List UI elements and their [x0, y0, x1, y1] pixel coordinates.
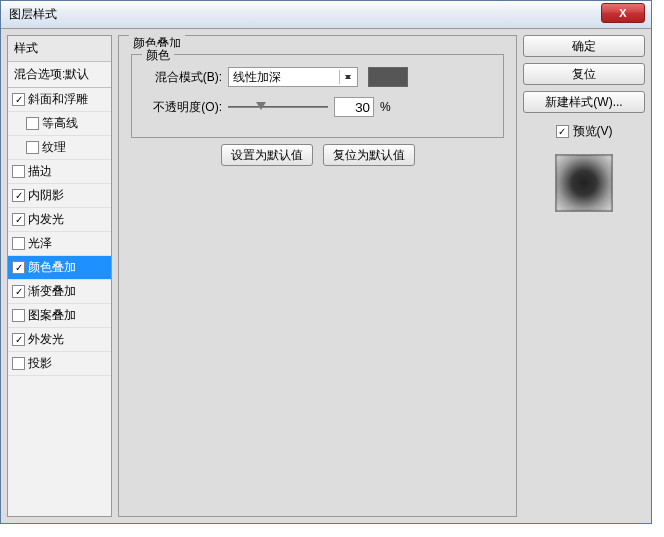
sidebar-blending-options[interactable]: 混合选项:默认 — [8, 62, 111, 88]
sidebar-item-label: 内阴影 — [28, 187, 64, 204]
sidebar-item-8[interactable]: 渐变叠加 — [8, 280, 111, 304]
style-checkbox[interactable] — [12, 285, 25, 298]
sidebar-item-3[interactable]: 描边 — [8, 160, 111, 184]
color-swatch[interactable] — [368, 67, 408, 87]
blend-mode-select[interactable]: 线性加深 — [228, 67, 358, 87]
dialog-content: 样式 混合选项:默认 斜面和浮雕等高线纹理描边内阴影内发光光泽颜色叠加渐变叠加图… — [1, 29, 651, 523]
set-default-button[interactable]: 设置为默认值 — [221, 144, 313, 166]
sidebar-item-label: 等高线 — [42, 115, 78, 132]
preview-checkbox[interactable] — [556, 125, 569, 138]
sidebar-item-9[interactable]: 图案叠加 — [8, 304, 111, 328]
blend-mode-label: 混合模式(B): — [142, 69, 222, 86]
right-column: 确定 复位 新建样式(W)... 预览(V) — [523, 35, 645, 517]
opacity-row: 不透明度(O): % — [142, 97, 493, 117]
chevron-up-icon — [345, 75, 351, 79]
window-title: 图层样式 — [9, 6, 57, 23]
fieldset-title: 颜色 — [142, 47, 174, 64]
slider-thumb-icon[interactable] — [256, 102, 266, 110]
sidebar-item-4[interactable]: 内阴影 — [8, 184, 111, 208]
style-checkbox[interactable] — [12, 309, 25, 322]
opacity-label: 不透明度(O): — [142, 99, 222, 116]
blend-mode-row: 混合模式(B): 线性加深 — [142, 67, 493, 87]
default-buttons-row: 设置为默认值 复位为默认值 — [131, 144, 504, 166]
titlebar: 图层样式 X — [1, 1, 651, 29]
main-panel: 颜色叠加 颜色 混合模式(B): 线性加深 不透明度(O): — [118, 35, 517, 517]
chevron-down-icon — [345, 75, 351, 79]
style-checkbox[interactable] — [12, 357, 25, 370]
blend-mode-value: 线性加深 — [233, 69, 281, 86]
reset-default-button[interactable]: 复位为默认值 — [323, 144, 415, 166]
sidebar-item-11[interactable]: 投影 — [8, 352, 111, 376]
close-button[interactable]: X — [601, 3, 645, 23]
layer-style-dialog: 图层样式 X 样式 混合选项:默认 斜面和浮雕等高线纹理描边内阴影内发光光泽颜色… — [0, 0, 652, 524]
cancel-button[interactable]: 复位 — [523, 63, 645, 85]
style-checkbox[interactable] — [12, 93, 25, 106]
sidebar-item-2[interactable]: 纹理 — [8, 136, 111, 160]
sidebar-item-0[interactable]: 斜面和浮雕 — [8, 88, 111, 112]
sidebar-item-6[interactable]: 光泽 — [8, 232, 111, 256]
sidebar-item-1[interactable]: 等高线 — [8, 112, 111, 136]
sidebar-item-label: 纹理 — [42, 139, 66, 156]
sidebar-item-7[interactable]: 颜色叠加 — [8, 256, 111, 280]
preview-thumbnail — [555, 154, 613, 212]
style-checkbox[interactable] — [12, 333, 25, 346]
sidebar-item-label: 渐变叠加 — [28, 283, 76, 300]
sidebar-item-label: 外发光 — [28, 331, 64, 348]
style-checkbox[interactable] — [26, 117, 39, 130]
sidebar-item-label: 投影 — [28, 355, 52, 372]
style-checkbox[interactable] — [12, 165, 25, 178]
close-icon: X — [619, 7, 626, 19]
opacity-unit: % — [380, 100, 391, 114]
styles-sidebar: 样式 混合选项:默认 斜面和浮雕等高线纹理描边内阴影内发光光泽颜色叠加渐变叠加图… — [7, 35, 112, 517]
sidebar-item-label: 内发光 — [28, 211, 64, 228]
ok-button[interactable]: 确定 — [523, 35, 645, 57]
sidebar-header: 样式 — [8, 36, 111, 62]
sidebar-item-label: 斜面和浮雕 — [28, 91, 88, 108]
style-checkbox[interactable] — [12, 237, 25, 250]
style-checkbox[interactable] — [12, 261, 25, 274]
style-checkbox[interactable] — [12, 213, 25, 226]
sidebar-item-label: 光泽 — [28, 235, 52, 252]
sidebar-item-label: 颜色叠加 — [28, 259, 76, 276]
sidebar-item-label: 描边 — [28, 163, 52, 180]
opacity-slider[interactable] — [228, 99, 328, 115]
preview-row: 预览(V) — [523, 123, 645, 140]
preview-label: 预览(V) — [573, 123, 613, 140]
sidebar-item-10[interactable]: 外发光 — [8, 328, 111, 352]
sidebar-item-5[interactable]: 内发光 — [8, 208, 111, 232]
color-fieldset: 颜色 混合模式(B): 线性加深 不透明度(O): — [131, 54, 504, 138]
new-style-button[interactable]: 新建样式(W)... — [523, 91, 645, 113]
sidebar-item-label: 图案叠加 — [28, 307, 76, 324]
opacity-input[interactable] — [334, 97, 374, 117]
slider-track — [228, 106, 328, 108]
style-checkbox[interactable] — [26, 141, 39, 154]
style-checkbox[interactable] — [12, 189, 25, 202]
